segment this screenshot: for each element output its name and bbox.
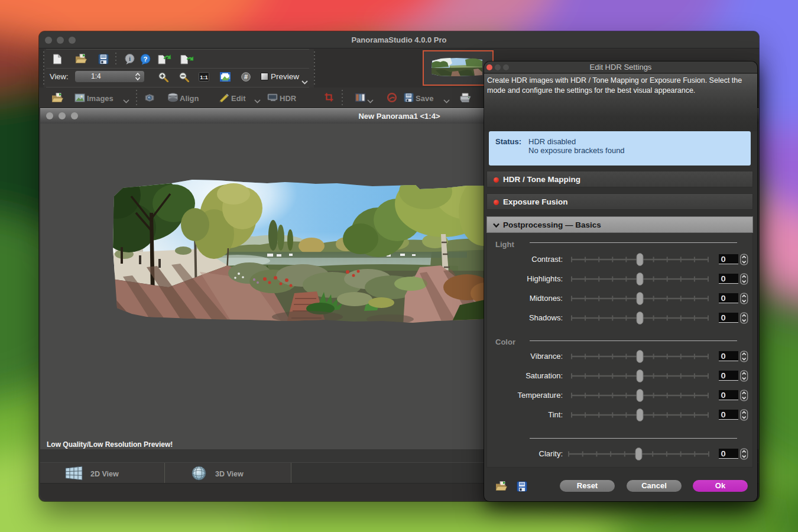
svg-text:?: ?: [143, 56, 147, 63]
svg-text:#: #: [244, 73, 248, 80]
svg-text:1:1: 1:1: [200, 74, 208, 80]
svg-text:i: i: [129, 55, 131, 62]
